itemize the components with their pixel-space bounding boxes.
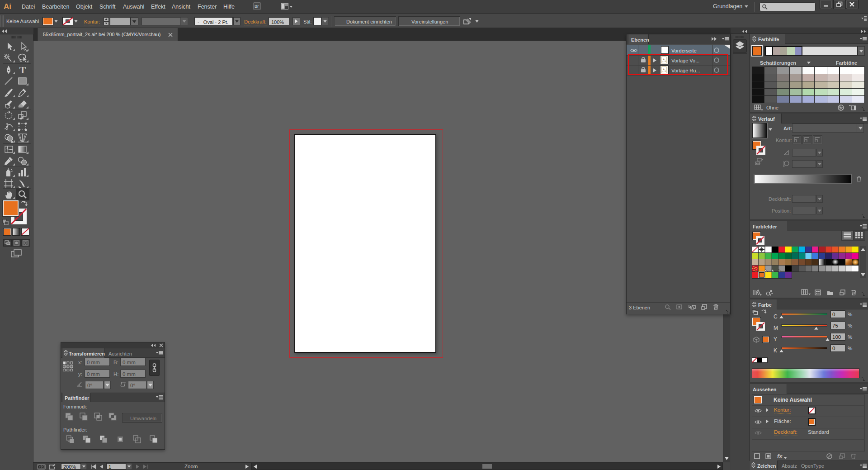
svg-text:T: T xyxy=(19,65,26,75)
